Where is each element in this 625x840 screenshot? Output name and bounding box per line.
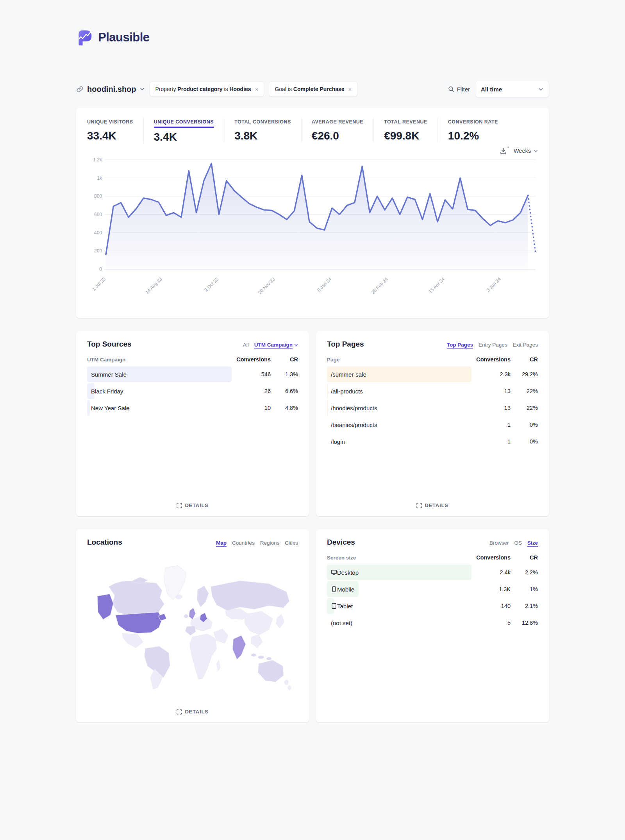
interval-value: Weeks	[514, 148, 531, 154]
chevron-down-icon	[538, 87, 543, 92]
filter-label: Filter	[457, 86, 470, 93]
top-sources-card: Top Sources All UTM Campaign UTM Campaig…	[76, 331, 309, 516]
mobile-icon	[331, 586, 337, 592]
table-header: Page Conversions CR	[327, 356, 538, 363]
filter-pill-goal[interactable]: Goal is Complete Purchase ×	[269, 82, 357, 97]
link-icon	[76, 86, 84, 93]
tab-cities[interactable]: Cities	[285, 540, 298, 546]
table-row[interactable]: /summer-sale 2.3k29.2%	[327, 366, 538, 382]
metric-total-conversions[interactable]: TOTAL CONVERSIONS 3.8K	[224, 118, 301, 142]
svg-text:600: 600	[94, 212, 102, 217]
desktop-icon	[331, 569, 337, 575]
search-icon	[448, 86, 454, 92]
svg-text:3 Jun 24: 3 Jun 24	[486, 276, 502, 293]
svg-text:8 Jan 24: 8 Jan 24	[316, 276, 333, 293]
svg-text:800: 800	[94, 193, 102, 199]
table-row[interactable]: (not set) 512.8%	[327, 615, 538, 631]
metric-conversion-rate[interactable]: CONVERSION RATE 10.2%	[438, 118, 508, 142]
svg-text:0: 0	[99, 266, 102, 272]
tablet-icon	[331, 603, 337, 609]
tab-all[interactable]: All	[243, 342, 249, 348]
world-map[interactable]	[87, 559, 298, 695]
expand-icon	[416, 503, 422, 508]
date-range-select[interactable]: All time	[475, 81, 549, 97]
svg-text:26 Feb 24: 26 Feb 24	[370, 276, 389, 295]
app-header: Plausible	[76, 28, 549, 47]
expand-icon	[177, 503, 182, 508]
tab-browser[interactable]: Browser	[489, 540, 509, 546]
tab-utm-campaign[interactable]: UTM Campaign	[254, 342, 298, 348]
table-header: Screen size Conversions CR	[327, 554, 538, 561]
filter-pill-property[interactable]: Property Product category is Hoodies ×	[150, 82, 264, 97]
svg-text:2 Oct 23: 2 Oct 23	[203, 276, 220, 293]
chevron-down-icon	[294, 343, 298, 347]
tab-countries[interactable]: Countries	[232, 540, 255, 546]
conversions-area-chart[interactable]: 02004006008001k1.2k1 Jul 2314 Aug 232 Oc…	[87, 156, 538, 301]
pill-text: Property Product category is Hoodies	[155, 86, 251, 92]
table-row[interactable]: Tablet 1402.1%	[327, 598, 538, 614]
site-name: hoodini.shop	[87, 85, 136, 94]
top-pages-tabs: Top Pages Entry Pages Exit Pages	[447, 342, 538, 348]
card-title: Devices	[327, 538, 355, 547]
table-row[interactable]: New Year Sale 104.8%	[87, 400, 298, 416]
table-row[interactable]: /login 10%	[327, 434, 538, 449]
interval-select[interactable]: Weeks	[514, 148, 538, 154]
card-title: Locations	[87, 538, 122, 547]
filter-bar: hoodini.shop Property Product category i…	[76, 81, 549, 97]
site-switcher[interactable]: hoodini.shop	[76, 85, 145, 94]
dashboard: Plausible hoodini.shop Property Product …	[76, 0, 549, 722]
remove-filter-icon[interactable]: ×	[255, 86, 259, 92]
chevron-down-icon	[534, 149, 538, 153]
download-button[interactable]	[500, 148, 507, 154]
card-title: Top Pages	[327, 340, 364, 349]
tab-regions[interactable]: Regions	[260, 540, 280, 546]
svg-text:200: 200	[94, 248, 102, 254]
metric-total-revenue[interactable]: TOTAL REVENUE €99.8K	[373, 118, 438, 142]
metric-unique-visitors[interactable]: UNIQUE VISITORS 33.4K	[87, 118, 143, 142]
details-button[interactable]: DETAILS	[416, 500, 448, 509]
visitors-chart-card: UNIQUE VISITORS 33.4K UNIQUE CONVERSIONS…	[76, 108, 549, 318]
top-sources-tabs: All UTM Campaign	[243, 342, 298, 348]
tab-top-pages[interactable]: Top Pages	[447, 342, 473, 348]
notification-dot	[507, 147, 509, 148]
tab-os[interactable]: OS	[514, 540, 522, 546]
tab-entry-pages[interactable]: Entry Pages	[479, 342, 507, 348]
details-button[interactable]: DETAILS	[177, 706, 208, 715]
svg-text:1 Jul 23: 1 Jul 23	[91, 276, 107, 292]
table-row[interactable]: /all-products 1322%	[327, 383, 538, 399]
card-title: Top Sources	[87, 340, 132, 349]
tab-map[interactable]: Map	[216, 540, 227, 546]
locations-card: Locations Map Countries Regions Cities	[76, 529, 309, 722]
devices-card: Devices Browser OS Size Screen size Conv…	[316, 529, 549, 722]
date-range-value: All time	[481, 86, 502, 93]
brand-name: Plausible	[98, 30, 150, 45]
table-row[interactable]: Mobile 1.3K1%	[327, 581, 538, 597]
svg-text:400: 400	[94, 230, 102, 236]
details-button[interactable]: DETAILS	[177, 500, 208, 509]
svg-text:14 Aug 23: 14 Aug 23	[145, 276, 163, 295]
devices-tabs: Browser OS Size	[489, 540, 538, 546]
table-row[interactable]: Black Friday 266.6%	[87, 383, 298, 399]
locations-tabs: Map Countries Regions Cities	[216, 540, 298, 546]
svg-text:15 Apr 24: 15 Apr 24	[427, 276, 445, 294]
table-row[interactable]: /beanies/products 10%	[327, 417, 538, 433]
table-row[interactable]: /hoodies/products 1322%	[327, 400, 538, 416]
table-header: UTM Campaign Conversions CR	[87, 356, 298, 363]
pill-text: Goal is Complete Purchase	[275, 86, 344, 92]
chart-controls: Weeks	[87, 146, 538, 156]
metrics-row: UNIQUE VISITORS 33.4K UNIQUE CONVERSIONS…	[87, 118, 538, 143]
filter-button[interactable]: Filter	[448, 86, 470, 93]
metric-average-revenue[interactable]: AVERAGE REVENUE €26.0	[301, 118, 373, 142]
download-icon	[500, 148, 507, 154]
table-row[interactable]: Summer Sale 5461.3%	[87, 366, 298, 382]
tab-size[interactable]: Size	[527, 540, 538, 546]
chevron-down-icon	[140, 87, 145, 91]
remove-filter-icon[interactable]: ×	[348, 86, 352, 92]
svg-text:20 Nov 23: 20 Nov 23	[257, 276, 276, 295]
table-row[interactable]: Desktop 2.4k2.2%	[327, 565, 538, 580]
plausible-logo-icon	[76, 29, 93, 46]
metric-unique-conversions[interactable]: UNIQUE CONVERSIONS 3.4K	[143, 118, 224, 143]
tab-exit-pages[interactable]: Exit Pages	[512, 342, 538, 348]
top-pages-card: Top Pages Top Pages Entry Pages Exit Pag…	[316, 331, 549, 516]
svg-text:1.2k: 1.2k	[93, 157, 102, 163]
